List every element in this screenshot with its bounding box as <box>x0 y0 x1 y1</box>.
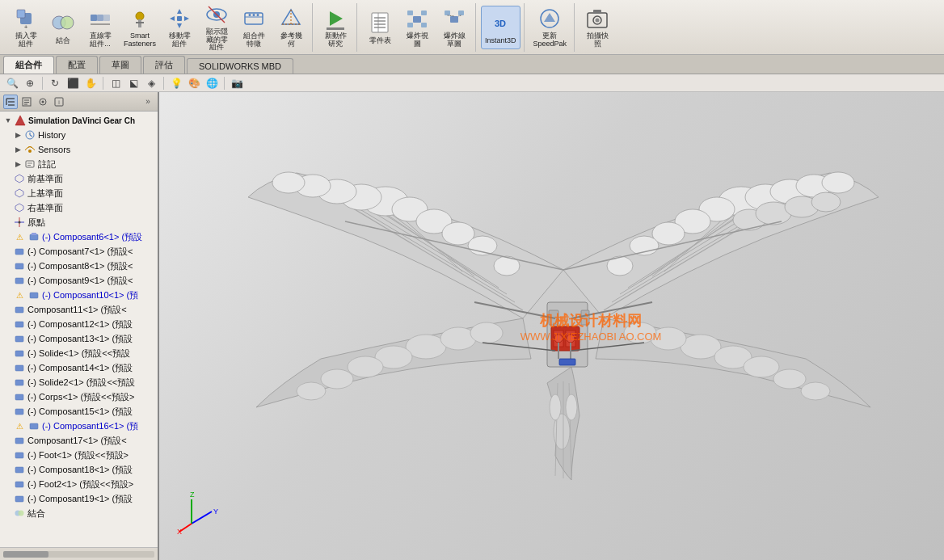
axis-indicator: Y Z X <box>175 487 224 536</box>
tab-solidworks-mbd[interactable]: SOLIDWORKS MBD <box>187 58 293 74</box>
reference-geometry-button[interactable]: 參考幾何 <box>273 6 309 49</box>
tree-item-composant18[interactable]: (-) Composant18<1> (預設 <box>0 462 158 477</box>
horizontal-scrollbar[interactable] <box>3 551 154 558</box>
zoom-fit-button[interactable]: 🔍 <box>5 76 19 91</box>
annotations-icon <box>23 158 36 171</box>
lights-button[interactable]: 💡 <box>169 76 183 91</box>
smart-fasteners-button[interactable]: SmartFasteners <box>120 6 160 49</box>
tree-item-composant6[interactable]: ⚠ (-) Composant6<1> (預設 <box>0 229 158 244</box>
feature-tree-tab[interactable] <box>3 95 18 109</box>
tree-item-composant11[interactable]: Composant11<1> (預設< <box>0 302 158 317</box>
composant10-icon <box>27 288 40 301</box>
instant3d-button[interactable]: 3D Instant3D <box>481 6 520 49</box>
pan-button[interactable]: ✋ <box>83 76 98 91</box>
view-selector-button[interactable]: ⬛ <box>65 76 80 91</box>
tree-item-composant19[interactable]: (-) Composant19<1> (預設 <box>0 491 158 506</box>
panel-expand-button[interactable]: » <box>141 95 154 108</box>
svg-rect-89 <box>15 365 23 371</box>
speedpak-icon <box>537 6 563 31</box>
composant14-label: (-) Composant14<1> (預設 <box>27 362 133 374</box>
svg-line-68 <box>30 135 32 137</box>
tree-item-sensors[interactable]: ▶ Sensors <box>0 142 158 157</box>
tree-item-composant10[interactable]: ⚠ (-) Composant10<1> (預 <box>0 288 158 302</box>
svg-rect-30 <box>372 13 388 32</box>
tab-evaluate[interactable]: 評估 <box>143 56 185 74</box>
bird-model-svg <box>200 108 927 537</box>
toolbar-group-instant3d: 3D Instant3D <box>478 3 525 52</box>
assembly-features-button[interactable]: 組合件特徵 <box>236 6 272 49</box>
combine-feature-label: 結合 <box>27 507 45 520</box>
tree-item-composant14[interactable]: (-) Composant14<1> (預設 <box>0 360 158 375</box>
tree-item-foot1[interactable]: (-) Foot<1> (預設<<預設> <box>0 448 158 462</box>
insert-component-button[interactable]: + 插入零組件 <box>8 6 44 49</box>
svg-rect-44 <box>458 11 464 15</box>
svg-point-163 <box>554 335 563 343</box>
tree-item-composant13[interactable]: (-) Composant13<1> (預設 <box>0 331 158 346</box>
svg-point-113 <box>822 172 854 193</box>
tree-item-annotations[interactable]: ▶ 註記 <box>0 157 158 171</box>
tree-item-combine-feature[interactable]: 結合 <box>0 506 158 520</box>
move-component-icon <box>166 6 192 31</box>
tree-item-composant16[interactable]: ⚠ (-) Composant16<1> (預 <box>0 419 158 433</box>
tree-item-history[interactable]: ▶ History <box>0 128 158 142</box>
move-component-button[interactable]: 移動零組件 <box>162 6 197 49</box>
tree-item-right-plane[interactable]: 右基準面 <box>0 200 158 215</box>
instant3d-label: Instant3D <box>485 37 516 45</box>
explode-line-button[interactable]: 爆炸線草圖 <box>436 6 472 49</box>
scrollbar-thumb[interactable] <box>3 551 48 558</box>
composant10-label: (-) Composant10<1> (預 <box>42 289 138 301</box>
property-tab[interactable] <box>19 95 34 109</box>
zoom-area-button[interactable]: ⊕ <box>23 76 37 91</box>
insert-component-label: 插入零組件 <box>15 32 37 48</box>
appearances-button[interactable]: 🎨 <box>187 76 201 91</box>
composant12-label: (-) Composant12<1> (預設 <box>27 318 133 331</box>
tree-item-composant12[interactable]: (-) Composant12<1> (預設 <box>0 317 158 331</box>
tree-item-solide1[interactable]: (-) Solide<1> (預設<<預設 <box>0 346 158 360</box>
linear-component-button[interactable]: 直線零組件... <box>82 6 118 49</box>
tree-item-composant7[interactable]: (-) Composant7<1> (預設< <box>0 244 158 259</box>
move-component-label: 移動零組件 <box>169 32 191 48</box>
scene-button[interactable]: 🌐 <box>204 76 219 91</box>
new-motion-button[interactable]: 新動作研究 <box>318 6 353 49</box>
speedpak-button[interactable]: 更新SpeedPak <box>529 6 571 49</box>
tree-item-composant9[interactable]: (-) Composant9<1> (預設< <box>0 273 158 288</box>
tree-item-foot2[interactable]: (-) Foot2<1> (預設<<預設> <box>0 477 158 491</box>
view-front-button[interactable]: ◫ <box>108 76 123 91</box>
tree-item-top-plane[interactable]: 上基準面 <box>0 186 158 200</box>
composant8-label: (-) Composant8<1> (預設< <box>27 260 133 272</box>
show-hidden-button[interactable]: 顯示隱藏的零組件 <box>199 6 234 49</box>
foot2-label: (-) Foot2<1> (預設<<預設> <box>27 478 133 491</box>
3d-viewport[interactable]: 机械设计材料网 WWW.JIXIEZHAOBI AO.COM Y Z X <box>159 92 944 560</box>
left-panel: i » ▼ Simulation DaVinci Gear Ch ▶ <box>0 92 159 560</box>
svg-marker-73 <box>15 175 23 183</box>
tab-drawing[interactable]: 草圖 <box>99 56 141 74</box>
tab-config[interactable]: 配置 <box>56 56 98 74</box>
tree-item-solide2[interactable]: (-) Solide2<1> (預設<<預設 <box>0 375 158 389</box>
camera-button[interactable]: 📷 <box>230 76 244 91</box>
svg-marker-74 <box>15 189 23 197</box>
tree-item-composant17[interactable]: Composant17<1> (預設< <box>0 433 158 448</box>
tree-item-composant8[interactable]: (-) Composant8<1> (預設< <box>0 259 158 273</box>
custom-prop-tab[interactable]: i <box>52 95 66 109</box>
exploded-view-button[interactable]: 爆炸視圖 <box>399 6 435 49</box>
snapshot-button[interactable]: 拍攝快照 <box>579 6 615 49</box>
tree-item-composant15[interactable]: (-) Composant15<1> (預設 <box>0 404 158 419</box>
toolbar-group-snapshot: 拍攝快照 <box>576 3 618 52</box>
svg-point-78 <box>19 221 21 224</box>
config-manager-tab[interactable] <box>36 95 50 109</box>
svg-rect-41 <box>450 16 458 23</box>
svg-rect-5 <box>91 15 97 21</box>
bom-button[interactable]: 零件表 <box>362 6 398 49</box>
tree-item-corps1[interactable]: (-) Corps<1> (預設<<預設> <box>0 389 158 404</box>
combine-button[interactable]: 結合 <box>45 6 81 49</box>
tree-item-origin[interactable]: 原點 <box>0 215 158 229</box>
tree-root[interactable]: ▼ Simulation DaVinci Gear Ch <box>0 113 158 128</box>
rotate-button[interactable]: ↻ <box>48 76 62 91</box>
tab-assembly[interactable]: 組合件 <box>3 56 54 74</box>
svg-point-51 <box>596 18 600 22</box>
tree-item-front-plane[interactable]: 前基準面 <box>0 171 158 186</box>
display-style-button[interactable]: ◈ <box>144 76 158 91</box>
composant13-label: (-) Composant13<1> (預設 <box>27 333 133 345</box>
svg-rect-84 <box>30 293 38 298</box>
section-view-button[interactable]: ⬕ <box>126 76 141 91</box>
